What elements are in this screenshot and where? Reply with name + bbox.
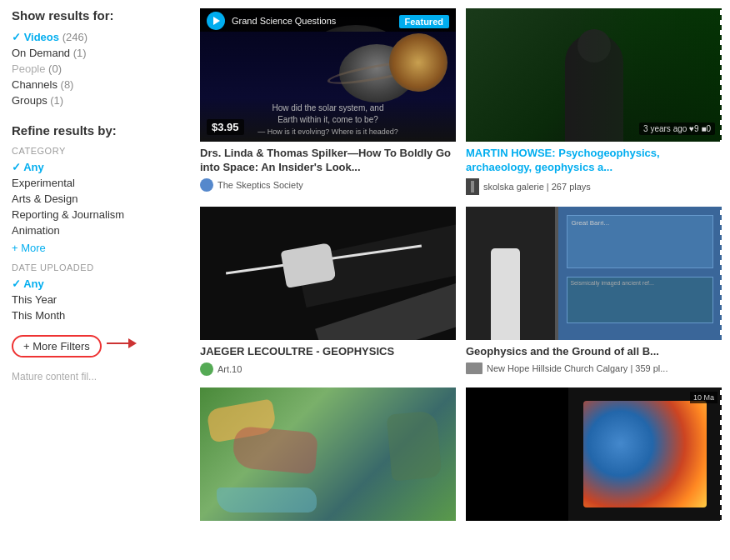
video-card-5[interactable] bbox=[200, 388, 456, 526]
video-card-3[interactable]: JAEGER LECOULTRE - GEOPHYSICS Art.10 bbox=[200, 207, 456, 376]
map2-left bbox=[466, 388, 568, 521]
thumbnail-2: 3 years ago ♥9 ■0 bbox=[466, 8, 722, 142]
sidebar: Show results for: Videos (246) On Demand… bbox=[0, 8, 192, 552]
channel-name-4: New Hope Hillside Church Calgary | 359 p… bbox=[487, 363, 668, 373]
more-filters-label: + More Filters bbox=[23, 340, 90, 352]
gsq-label: Grand Science Questions bbox=[232, 16, 336, 26]
screen: Great Barri... Seismically imaged ancien… bbox=[555, 207, 722, 340]
thumbnail-6: 10 Ma bbox=[466, 388, 722, 521]
filter-list: Videos (246) On Demand (1) People (0) Ch… bbox=[12, 29, 183, 108]
filter-count-channels: (8) bbox=[61, 78, 74, 91]
channel-info-1: The Skeptics Society bbox=[200, 178, 456, 192]
category-animation[interactable]: Animation bbox=[12, 222, 183, 238]
video-card-2[interactable]: 3 years ago ♥9 ■0 MARTIN HOWSE: Psychoge… bbox=[466, 8, 722, 195]
age-badge-2: 3 years ago ♥9 ■0 bbox=[639, 122, 715, 135]
map-shape-2 bbox=[232, 425, 318, 474]
category-arts-design[interactable]: Arts & Design bbox=[12, 191, 183, 207]
channel-name-1: The Skeptics Society bbox=[218, 180, 303, 190]
show-results-label: Show results for: bbox=[12, 8, 183, 22]
screen-content-1: Great Barri... bbox=[567, 215, 713, 268]
video-title-1: Drs. Linda & Thomas Spilker—How To Boldl… bbox=[200, 147, 456, 175]
filter-count-ondemand: (1) bbox=[73, 47, 87, 59]
filter-label-groups: Groups bbox=[12, 94, 48, 107]
category-reporting[interactable]: Reporting & Journalism bbox=[12, 207, 183, 222]
video-card-6[interactable]: 10 Ma bbox=[466, 388, 722, 526]
thumbnail-3 bbox=[200, 207, 456, 340]
thumb-map-bg bbox=[200, 388, 456, 521]
filter-label-videos: Videos bbox=[24, 31, 59, 43]
filter-label-channels: Channels bbox=[12, 78, 58, 91]
filter-item-people[interactable]: People (0) bbox=[12, 61, 183, 77]
category-section-label: Category bbox=[12, 146, 183, 156]
mature-content-filter: Mature content fil... bbox=[12, 371, 183, 382]
arrow-icon bbox=[107, 335, 137, 354]
filter-label-people: People bbox=[12, 62, 45, 75]
filter-item-channels[interactable]: Channels (8) bbox=[12, 77, 183, 92]
channel-avatar-2 bbox=[466, 178, 479, 195]
video-title-4: Geophysics and the Ground of all B... bbox=[466, 345, 722, 359]
channel-info-2: skolska galerie | 267 plays bbox=[466, 178, 722, 195]
climate-map bbox=[583, 401, 706, 508]
filter-count-people: (0) bbox=[48, 62, 62, 75]
solar-text: How did the solar system, andEarth withi… bbox=[208, 102, 448, 138]
date-this-year[interactable]: This Year bbox=[12, 292, 183, 308]
main-content: Grand Science Questions $3.95 Feat bbox=[192, 8, 730, 552]
thumbnail-4: Great Barri... Seismically imaged ancien… bbox=[466, 207, 722, 340]
filter-item-videos[interactable]: Videos (246) bbox=[12, 29, 183, 45]
map-shape-3 bbox=[387, 410, 442, 481]
video-grid: Grand Science Questions $3.95 Feat bbox=[200, 8, 722, 526]
screen-content-2: Seismically imaged ancient ref... bbox=[567, 277, 713, 323]
thumbnail-1: Grand Science Questions $3.95 Feat bbox=[200, 8, 456, 142]
age-badge-6: 10 Ma bbox=[690, 392, 718, 403]
map2-right bbox=[568, 388, 722, 521]
video-title-2: MARTIN HOWSE: Psychogeophysics, archaeol… bbox=[466, 147, 722, 175]
category-list: Any Experimental Arts & Design Reporting… bbox=[12, 159, 183, 238]
featured-badge-1: Featured bbox=[399, 15, 449, 28]
gsq-icon bbox=[207, 12, 225, 30]
channel-avatar-3 bbox=[200, 362, 213, 376]
filter-label-ondemand: On Demand bbox=[12, 47, 70, 59]
filter-count-videos: (246) bbox=[62, 31, 88, 43]
thumbnail-5 bbox=[200, 388, 456, 521]
thumb-lecture-bg: Great Barri... Seismically imaged ancien… bbox=[466, 207, 722, 340]
category-more-link[interactable]: + More bbox=[12, 242, 183, 254]
channel-avatar-1 bbox=[200, 178, 213, 192]
green-light bbox=[568, 8, 722, 142]
channel-avatar-4 bbox=[466, 362, 482, 374]
thumb-person-bg bbox=[466, 8, 722, 142]
channel-name-2: skolska galerie | 267 plays bbox=[483, 182, 591, 192]
channel-name-3: Art.10 bbox=[218, 364, 242, 374]
more-filters-button[interactable]: + More Filters bbox=[12, 335, 102, 358]
svg-marker-1 bbox=[128, 338, 137, 348]
video-card-1[interactable]: Grand Science Questions $3.95 Feat bbox=[200, 8, 456, 195]
filter-item-groups[interactable]: Groups (1) bbox=[12, 92, 183, 108]
category-any[interactable]: Any bbox=[12, 159, 183, 175]
category-experimental[interactable]: Experimental bbox=[12, 175, 183, 191]
thumb-hands-bg bbox=[200, 207, 456, 340]
video-card-4[interactable]: Great Barri... Seismically imaged ancien… bbox=[466, 207, 722, 376]
date-list: Any This Year This Month bbox=[12, 276, 183, 323]
video-title-3: JAEGER LECOULTRE - GEOPHYSICS bbox=[200, 345, 456, 359]
filter-count-groups: (1) bbox=[50, 94, 63, 107]
map-shape-4 bbox=[217, 488, 317, 512]
lecturer bbox=[491, 248, 520, 340]
date-this-month[interactable]: This Month bbox=[12, 308, 183, 323]
channel-info-3: Art.10 bbox=[200, 362, 456, 376]
channel-info-4: New Hope Hillside Church Calgary | 359 p… bbox=[466, 362, 722, 374]
date-any[interactable]: Any bbox=[12, 276, 183, 292]
date-uploaded-section-label: Date Uploaded bbox=[12, 262, 183, 272]
filter-item-ondemand[interactable]: On Demand (1) bbox=[12, 45, 183, 61]
refine-results-label: Refine results by: bbox=[12, 123, 183, 138]
thumb-map2-bg: 10 Ma bbox=[466, 388, 722, 521]
